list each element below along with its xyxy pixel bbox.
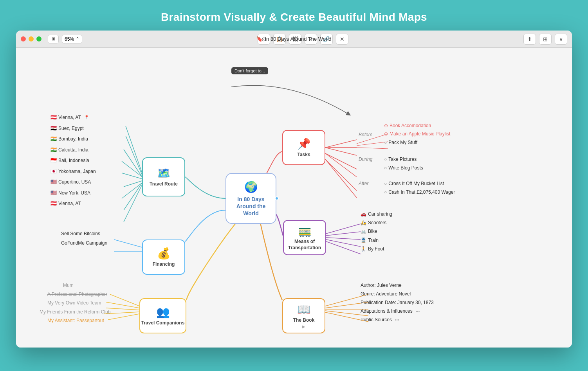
transport-item-2: 🚲 Bike xyxy=(361,229,377,234)
svg-line-34 xyxy=(357,142,388,146)
companions-item-4: My Assistant: Passepartout xyxy=(47,318,104,323)
tasks-before-label: Before xyxy=(359,132,372,137)
tasks-node[interactable]: 📌 Tasks xyxy=(282,130,325,165)
toolbar-right: ⬆ ⊞ ∨ xyxy=(523,34,567,45)
svg-line-24 xyxy=(326,232,361,236)
sidebar-toggle-button[interactable]: ⊞ xyxy=(48,35,59,43)
zoom-level: 65% xyxy=(65,36,74,42)
book-item-0: Author: Jules Verne xyxy=(361,283,402,288)
svg-line-11 xyxy=(110,294,139,306)
center-node[interactable]: 🌍 In 80 DaysAround theWorld xyxy=(225,173,276,224)
book-expand-icon[interactable]: ▶ xyxy=(302,324,305,329)
more-button[interactable]: ∨ xyxy=(555,34,567,45)
transport-node[interactable]: 🚃 Means of Transportation xyxy=(283,220,326,255)
minimize-button[interactable] xyxy=(29,36,34,41)
svg-line-23 xyxy=(326,224,361,234)
tooltip-box: Don't forget to... xyxy=(231,67,268,74)
svg-line-5 xyxy=(124,181,142,187)
toolbar-left: ⊞ 65% ⌃ xyxy=(48,35,82,43)
companions-item-0: Mum xyxy=(63,283,74,288)
tasks-icon: 📌 xyxy=(297,137,311,150)
svg-line-25 xyxy=(326,238,361,240)
svg-line-12 xyxy=(106,302,139,308)
circle-icon: ○ xyxy=(384,140,387,145)
travel-item-7: 🇺🇸 New York, USA xyxy=(51,190,90,196)
svg-line-27 xyxy=(326,241,361,254)
svg-line-2 xyxy=(124,149,142,177)
financing-item-1: GoFundMe Campaign xyxy=(61,240,107,246)
book-item-1: Genre: Adventure Novel xyxy=(361,291,411,297)
tasks-after-0: ○ Cross It Off My Bucket List xyxy=(384,181,444,186)
tooltip-text: Don't forget to... xyxy=(234,68,265,73)
center-node-icon: 🌍 xyxy=(244,180,258,194)
tasks-after-1: ○ Cash In That £2,075,400 Wager xyxy=(384,189,455,195)
more-icon-2: ••• xyxy=(395,318,399,322)
bookmark-icon: 🔖 xyxy=(256,36,263,42)
circle-icon-3: ○ xyxy=(384,157,387,162)
svg-line-18 xyxy=(325,148,357,155)
more-icon: ••• xyxy=(416,309,420,313)
svg-line-1 xyxy=(126,136,142,175)
zoom-stepper-icon: ⌃ xyxy=(76,36,79,42)
app-window: ⊞ 65% ⌃ ⊙ 📋 🖼 ⤢ 🔗 ✕ 🔖 In 80 Days Around … xyxy=(16,31,572,348)
mind-map-canvas[interactable]: Don't forget to... 🌍 In 80 DaysAround th… xyxy=(16,48,572,348)
book-node[interactable]: 📖 The Book ▶ xyxy=(282,298,325,333)
transport-item-3: 🚆 Train xyxy=(361,238,379,243)
tasks-during-label: During xyxy=(359,157,372,162)
tasks-before-0: ⊙ Book Accomodation xyxy=(384,123,431,128)
svg-line-19 xyxy=(325,153,357,169)
svg-line-9 xyxy=(114,240,142,247)
travel-item-2: 🇮🇳 Bombay, India xyxy=(51,136,88,142)
fit-button[interactable]: ✕ xyxy=(336,34,348,45)
svg-line-8 xyxy=(124,185,142,222)
financing-label: Financing xyxy=(153,261,175,268)
companions-icon: 👥 xyxy=(156,306,170,319)
book-label: The Book xyxy=(293,317,315,324)
zoom-control[interactable]: 65% ⌃ xyxy=(62,35,82,43)
travel-route-node[interactable]: 🗺️ Travel Route xyxy=(142,157,185,196)
tasks-label: Tasks xyxy=(297,152,310,158)
travel-item-8: 🇦🇹 Vienna, AT xyxy=(51,200,81,206)
traffic-lights xyxy=(21,36,41,41)
pin-icon: 📍 xyxy=(84,115,89,119)
svg-line-22 xyxy=(325,159,357,198)
fullscreen-button[interactable] xyxy=(36,36,41,41)
tasks-before-2: ○ Pack My Stuff xyxy=(384,140,417,145)
layout-button[interactable]: ⊞ xyxy=(539,34,552,45)
svg-line-20 xyxy=(325,153,357,177)
close-button[interactable] xyxy=(21,36,26,41)
tasks-after-label: After xyxy=(359,181,368,186)
financing-node[interactable]: 💰 Financing xyxy=(142,240,185,275)
travel-route-icon: 🗺️ xyxy=(157,167,171,180)
book-item-4: Public Sources ••• xyxy=(361,317,399,322)
transport-item-4: 🚶 By Foot xyxy=(361,246,384,252)
check-icon-2: ⊙ xyxy=(384,131,388,137)
svg-line-4 xyxy=(122,173,142,179)
transport-item-1: 🛵 Scooters xyxy=(361,220,386,225)
svg-line-13 xyxy=(106,308,139,310)
circle-icon-6: ○ xyxy=(384,189,387,195)
companions-item-1: A Professional Photographer xyxy=(47,292,107,297)
window-title: 🔖 In 80 Days Around The World xyxy=(256,36,331,42)
tasks-before-1: ⊙ Make an Apple Music Playlist xyxy=(384,131,450,137)
companions-node[interactable]: 👥 Travel Companions xyxy=(139,298,186,333)
travel-item-3: 🇮🇳 Calcutta, India xyxy=(51,147,88,153)
companions-item-3: My Friends From the Reform Club xyxy=(40,309,110,315)
circle-icon-5: ○ xyxy=(384,181,387,186)
tasks-during-0: ○ Take Pictures xyxy=(384,157,417,162)
title-text: In 80 Days Around The World xyxy=(265,36,331,42)
page-header: Brainstorm Visually & Create Beautiful M… xyxy=(0,0,588,31)
svg-line-7 xyxy=(124,183,142,210)
transport-item-0: 🚗 Car sharing xyxy=(361,211,392,217)
svg-line-16 xyxy=(325,140,357,148)
circle-icon-4: ○ xyxy=(384,165,387,171)
financing-item-0: Sell Some Bitcoins xyxy=(61,231,100,236)
svg-line-3 xyxy=(122,161,142,177)
share-button[interactable]: ⬆ xyxy=(523,34,536,45)
svg-line-35 xyxy=(357,148,388,149)
svg-line-15 xyxy=(108,314,139,320)
tasks-during-1: ○ Write Blog Posts xyxy=(384,165,423,171)
check-icon: ⊙ xyxy=(384,123,388,128)
travel-item-6: 🇺🇸 Cupertino, USA xyxy=(51,179,91,185)
header-title: Brainstorm Visually & Create Beautiful M… xyxy=(161,11,427,23)
